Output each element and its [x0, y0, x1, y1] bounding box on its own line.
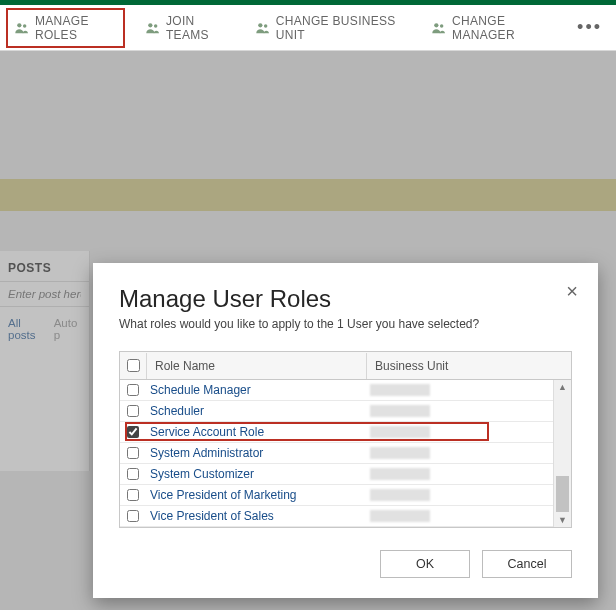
cmd-manage-roles[interactable]: MANAGE ROLES	[6, 8, 125, 48]
bu-cell	[366, 510, 540, 522]
svg-point-0	[17, 23, 21, 27]
row-checkbox[interactable]	[127, 489, 139, 501]
row-checkbox[interactable]	[127, 468, 139, 480]
svg-point-4	[258, 23, 262, 27]
dialog-subtitle: What roles would you like to apply to th…	[119, 317, 572, 331]
table-row[interactable]: Service Account Role	[120, 422, 571, 443]
cmd-change-bu[interactable]: CHANGE BUSINESS UNIT	[247, 8, 411, 48]
role-name-cell: Vice President of Marketing	[146, 488, 366, 502]
cmd-label: CHANGE MANAGER	[452, 14, 551, 42]
table-row[interactable]: System Customizer	[120, 464, 571, 485]
svg-point-6	[434, 23, 438, 27]
svg-point-3	[154, 24, 157, 27]
svg-point-5	[264, 24, 267, 27]
grid-header: Role Name Business Unit	[120, 352, 571, 380]
cmd-label: CHANGE BUSINESS UNIT	[276, 14, 403, 42]
table-row[interactable]: Vice President of Sales	[120, 506, 571, 527]
close-button[interactable]: ×	[566, 281, 578, 301]
row-checkbox[interactable]	[127, 447, 139, 459]
cmd-overflow[interactable]: •••	[571, 17, 608, 38]
scroll-up-icon[interactable]: ▲	[554, 380, 571, 394]
table-row[interactable]: System Administrator	[120, 443, 571, 464]
row-checkbox[interactable]	[127, 384, 139, 396]
cmd-label: JOIN TEAMS	[166, 14, 227, 42]
cmd-label: MANAGE ROLES	[35, 14, 117, 42]
col-business-unit[interactable]: Business Unit	[366, 353, 540, 379]
cmd-join-teams[interactable]: JOIN TEAMS	[137, 8, 235, 48]
dialog-title: Manage User Roles	[119, 285, 572, 313]
cmd-change-manager[interactable]: CHANGE MANAGER	[423, 8, 559, 48]
role-name-cell: System Administrator	[146, 446, 366, 460]
ok-button[interactable]: OK	[380, 550, 470, 578]
svg-point-1	[23, 24, 26, 27]
row-checkbox[interactable]	[127, 426, 139, 438]
bu-cell	[366, 468, 540, 480]
roles-grid: Role Name Business Unit Schedule Manager…	[119, 351, 572, 528]
command-bar: MANAGE ROLES JOIN TEAMS CHANGE BUSINESS …	[0, 5, 616, 51]
content-area: POSTS All posts Auto p × Manage User Rol…	[0, 51, 616, 610]
people-icon	[255, 20, 271, 36]
table-row[interactable]: Vice President of Marketing	[120, 485, 571, 506]
role-name-cell: System Customizer	[146, 467, 366, 481]
table-row[interactable]: Scheduler	[120, 401, 571, 422]
scroll-down-icon[interactable]: ▼	[554, 513, 571, 527]
manage-roles-dialog: × Manage User Roles What roles would you…	[93, 263, 598, 598]
dialog-buttons: OK Cancel	[119, 550, 572, 578]
table-row[interactable]: Schedule Manager	[120, 380, 571, 401]
role-name-cell: Scheduler	[146, 404, 366, 418]
people-icon	[14, 20, 30, 36]
role-name-cell: Schedule Manager	[146, 383, 366, 397]
grid-body: Schedule ManagerSchedulerService Account…	[120, 380, 571, 527]
svg-point-7	[440, 24, 443, 27]
bu-cell	[366, 384, 540, 396]
row-checkbox[interactable]	[127, 405, 139, 417]
col-role-name[interactable]: Role Name	[146, 353, 366, 379]
svg-point-2	[148, 23, 152, 27]
row-checkbox[interactable]	[127, 510, 139, 522]
role-name-cell: Service Account Role	[146, 425, 366, 439]
people-icon	[431, 20, 447, 36]
scroll-thumb[interactable]	[556, 476, 569, 512]
bu-cell	[366, 426, 540, 438]
select-all-checkbox[interactable]	[127, 359, 140, 372]
bu-cell	[366, 447, 540, 459]
cancel-button[interactable]: Cancel	[482, 550, 572, 578]
role-name-cell: Vice President of Sales	[146, 509, 366, 523]
people-icon	[145, 20, 161, 36]
bu-cell	[366, 405, 540, 417]
scrollbar[interactable]: ▲ ▼	[553, 380, 571, 527]
bu-cell	[366, 489, 540, 501]
